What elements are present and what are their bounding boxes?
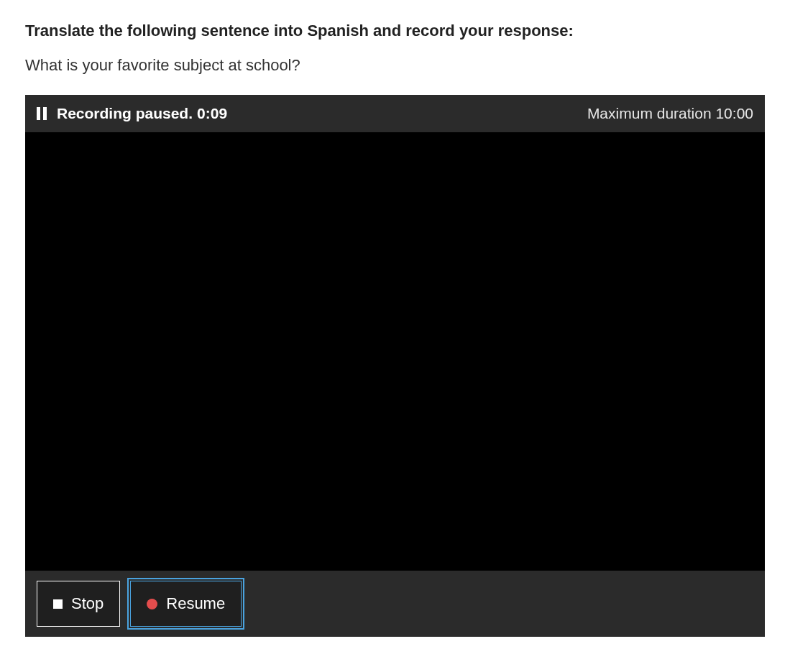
recorder-status-left: Recording paused. 0:09 — [37, 105, 227, 122]
resume-button-label: Resume — [166, 594, 225, 613]
record-icon — [147, 599, 157, 609]
recorder-status-bar: Recording paused. 0:09 Maximum duration … — [25, 95, 765, 132]
recorder-controls: Stop Resume — [25, 571, 765, 637]
recorder-elapsed-time: 0:09 — [197, 105, 227, 122]
stop-button-label: Stop — [71, 594, 104, 613]
prompt-text: What is your favorite subject at school? — [25, 56, 765, 75]
recorder-panel: Recording paused. 0:09 Maximum duration … — [25, 95, 765, 637]
resume-button[interactable]: Resume — [130, 581, 242, 627]
stop-icon — [53, 599, 63, 609]
recorder-max-duration: Maximum duration 10:00 — [587, 105, 753, 122]
stop-button[interactable]: Stop — [37, 581, 120, 627]
prompt-title: Translate the following sentence into Sp… — [25, 22, 765, 40]
video-preview — [25, 132, 765, 571]
pause-icon — [37, 107, 50, 120]
recorder-status-text: Recording paused. — [57, 105, 193, 122]
